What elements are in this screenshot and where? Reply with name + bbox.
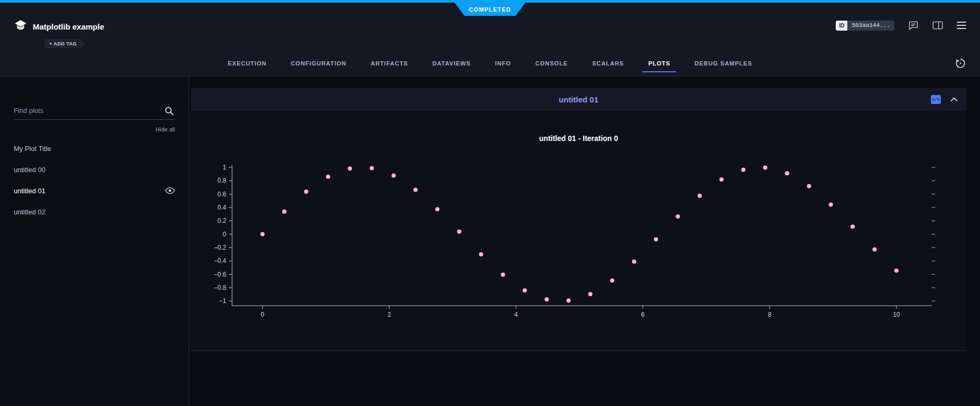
content-area: Hide all My Plot Titleuntitled 00untitle…: [0, 77, 980, 406]
plot-list-item[interactable]: untitled 02: [14, 201, 175, 222]
plot-panel-title: untitled 01: [191, 95, 966, 104]
svg-text:0: 0: [261, 311, 264, 318]
tab-info[interactable]: INFO: [483, 51, 523, 76]
feedback-icon[interactable]: [908, 20, 919, 31]
plot-panel-actions: </>: [931, 95, 966, 104]
svg-text:6: 6: [641, 311, 645, 318]
svg-text:−1: −1: [219, 297, 226, 305]
id-value: 503aa144...: [847, 21, 894, 30]
svg-text:10: 10: [893, 311, 900, 318]
menu-icon[interactable]: [957, 22, 966, 29]
collapse-chevron-icon[interactable]: [950, 97, 958, 102]
plot-list: My Plot Titleuntitled 00untitled 01untit…: [14, 138, 175, 222]
svg-text:−0.4: −0.4: [214, 257, 226, 265]
chart-title: untitled 01 - Iteration 0: [191, 134, 966, 143]
svg-text:2: 2: [387, 311, 391, 318]
plot-list-item[interactable]: untitled 00: [14, 159, 175, 180]
search-input[interactable]: [14, 102, 175, 119]
tab-plots[interactable]: PLOTS: [636, 51, 682, 76]
plot-panel-body: untitled 01 - Iteration 0 10.80.60.40.20…: [191, 111, 966, 351]
svg-text:−0.8: −0.8: [214, 284, 226, 291]
svg-text:4: 4: [514, 311, 518, 318]
tab-list: EXECUTIONCONFIGURATIONARTIFACTSDATAVIEWS…: [216, 51, 764, 76]
plot-list-item[interactable]: untitled 01: [14, 180, 175, 201]
tab-execution[interactable]: EXECUTION: [216, 51, 279, 76]
hide-all-link[interactable]: Hide all: [14, 126, 175, 134]
svg-text:1: 1: [223, 164, 226, 171]
auto-refresh-icon[interactable]: [955, 58, 966, 71]
plot-item-label: untitled 00: [14, 166, 45, 174]
code-embed-icon[interactable]: </>: [931, 95, 941, 104]
svg-text:0.2: 0.2: [217, 217, 226, 224]
plot-panel: untitled 01 </> untitled 01 - Iteration …: [191, 88, 966, 351]
eye-icon[interactable]: [165, 187, 175, 194]
plot-item-label: My Plot Title: [14, 145, 51, 153]
svg-text:0: 0: [223, 231, 226, 238]
add-tag-button[interactable]: + ADD TAG: [44, 39, 85, 48]
id-chip-label: ID: [836, 21, 847, 31]
svg-text:0.8: 0.8: [217, 177, 226, 184]
experiment-id-badge[interactable]: ID 503aa144...: [836, 21, 894, 31]
svg-text:0.4: 0.4: [217, 204, 226, 211]
tab-bar: EXECUTIONCONFIGURATIONARTIFACTSDATAVIEWS…: [0, 51, 980, 77]
app-logo-icon[interactable]: [14, 20, 27, 31]
scatter-plot-svg[interactable]: 10.80.60.40.20−0.2−0.4−0.6−0.8−10246810: [191, 153, 966, 327]
plot-panel-header: untitled 01 </>: [191, 88, 966, 111]
tab-scalars[interactable]: SCALARS: [580, 51, 636, 76]
status-banner-label: COMPLETED: [469, 6, 511, 13]
magnifier-icon[interactable]: [164, 106, 174, 118]
plot-search: [14, 102, 175, 120]
tab-dataviews[interactable]: DATAVIEWS: [420, 51, 483, 76]
svg-text:−0.6: −0.6: [214, 271, 226, 278]
svg-text:8: 8: [768, 311, 772, 318]
plot-list-item[interactable]: My Plot Title: [14, 138, 175, 159]
scatter-points: [261, 165, 899, 303]
tab-console[interactable]: CONSOLE: [523, 51, 580, 76]
status-banner: COMPLETED: [455, 3, 525, 16]
header-actions: ID 503aa144...: [836, 20, 966, 31]
plot-item-label: untitled 01: [14, 187, 45, 195]
plot-item-label: untitled 02: [14, 208, 45, 216]
main-area: untitled 01 </> untitled 01 - Iteration …: [189, 77, 980, 406]
layout-columns-icon[interactable]: [932, 21, 943, 30]
plots-sidebar: Hide all My Plot Titleuntitled 00untitle…: [0, 77, 189, 406]
experiment-title: Matplotlib example: [33, 22, 104, 31]
tab-artifacts[interactable]: ARTIFACTS: [358, 51, 420, 76]
svg-text:−0.2: −0.2: [214, 244, 226, 251]
tab-configuration[interactable]: CONFIGURATION: [279, 51, 358, 76]
svg-text:0.6: 0.6: [217, 191, 226, 198]
tab-debug-samples[interactable]: DEBUG SAMPLES: [682, 51, 764, 76]
